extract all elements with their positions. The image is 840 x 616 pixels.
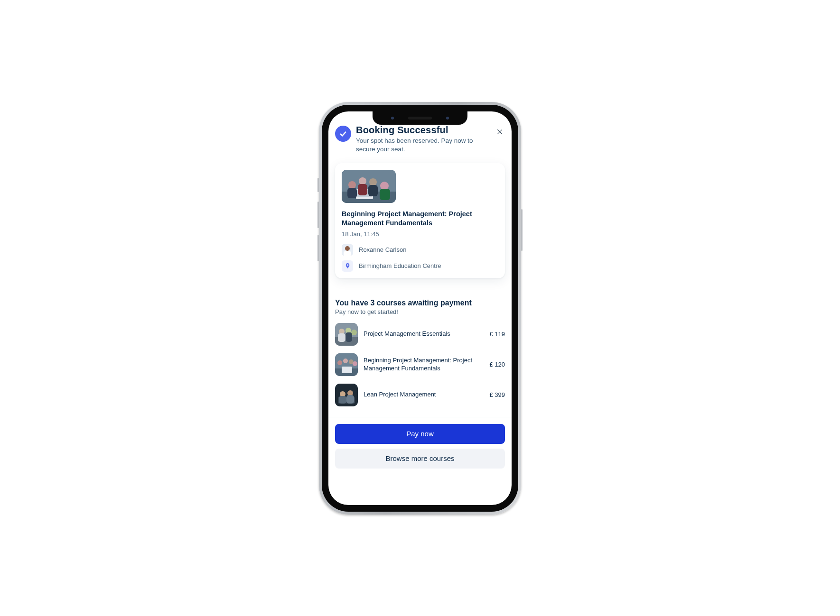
svg-point-8	[369, 178, 377, 186]
page-title: Booking Successful	[356, 125, 491, 136]
awaiting-course-name: Project Management Essentials	[364, 330, 480, 338]
svg-rect-35	[339, 396, 346, 404]
browse-more-button[interactable]: Browse more courses	[335, 449, 505, 469]
svg-rect-11	[358, 184, 367, 195]
booking-card: Beginning Project Management: Project Ma…	[335, 163, 505, 278]
awaiting-course-list: Project Management Essentials £ 119 Begi…	[335, 323, 505, 406]
booked-course-datetime: 18 Jan, 11:45	[342, 230, 498, 238]
awaiting-payment-title: You have 3 courses awaiting payment	[335, 299, 505, 307]
close-icon	[496, 129, 503, 135]
awaiting-course-name: Lean Project Management	[364, 391, 480, 399]
phone-frame: Booking Successful Your spot has been re…	[319, 102, 521, 515]
svg-point-30	[353, 361, 357, 366]
svg-rect-36	[346, 395, 354, 404]
close-button[interactable]	[495, 127, 505, 137]
svg-rect-12	[368, 185, 378, 196]
awaiting-course-name: Beginning Project Management: Project Ma…	[364, 357, 480, 373]
instructor-name: Roxanne Carlson	[359, 246, 406, 253]
svg-point-6	[348, 181, 356, 189]
pay-now-button[interactable]: Pay now	[335, 424, 505, 444]
course-thumbnail	[335, 384, 358, 406]
location-row: Birmingham Education Centre	[342, 260, 498, 272]
svg-rect-13	[380, 189, 390, 200]
list-item[interactable]: Project Management Essentials £ 119	[335, 323, 505, 346]
svg-point-15	[345, 246, 350, 251]
awaiting-course-price: £ 120	[485, 361, 505, 368]
svg-point-28	[343, 359, 348, 363]
side-button	[317, 235, 319, 261]
checkmark-icon	[335, 126, 351, 142]
list-item[interactable]: Beginning Project Management: Project Ma…	[335, 353, 505, 376]
svg-point-27	[337, 360, 342, 365]
footer-actions: Pay now Browse more courses	[328, 417, 512, 469]
confirmation-header: Booking Successful Your spot has been re…	[335, 125, 505, 154]
location-name: Birmingham Education Centre	[359, 262, 441, 269]
booked-course-title: Beginning Project Management: Project Ma…	[342, 210, 498, 228]
phone-notch	[373, 111, 467, 125]
course-thumbnail	[335, 353, 358, 376]
instructor-row: Roxanne Carlson	[342, 244, 498, 256]
svg-rect-26	[342, 367, 352, 373]
instructor-avatar	[342, 244, 353, 256]
side-button	[317, 178, 319, 192]
awaiting-payment-subtitle: Pay now to get started!	[335, 308, 505, 315]
course-thumbnail	[342, 170, 396, 203]
divider	[335, 290, 505, 290]
svg-point-7	[359, 177, 366, 185]
page-subtitle: Your spot has been reserved. Pay now to …	[356, 137, 491, 154]
svg-rect-22	[338, 333, 345, 342]
svg-rect-10	[347, 188, 357, 198]
svg-rect-16	[344, 251, 351, 256]
course-thumbnail	[335, 323, 358, 346]
side-button	[521, 209, 523, 251]
side-button	[317, 202, 319, 228]
awaiting-course-price: £ 119	[485, 331, 505, 338]
awaiting-course-price: £ 399	[485, 391, 505, 398]
list-item[interactable]: Lean Project Management £ 399	[335, 384, 505, 406]
location-pin-icon	[342, 260, 353, 272]
svg-rect-23	[345, 332, 352, 342]
